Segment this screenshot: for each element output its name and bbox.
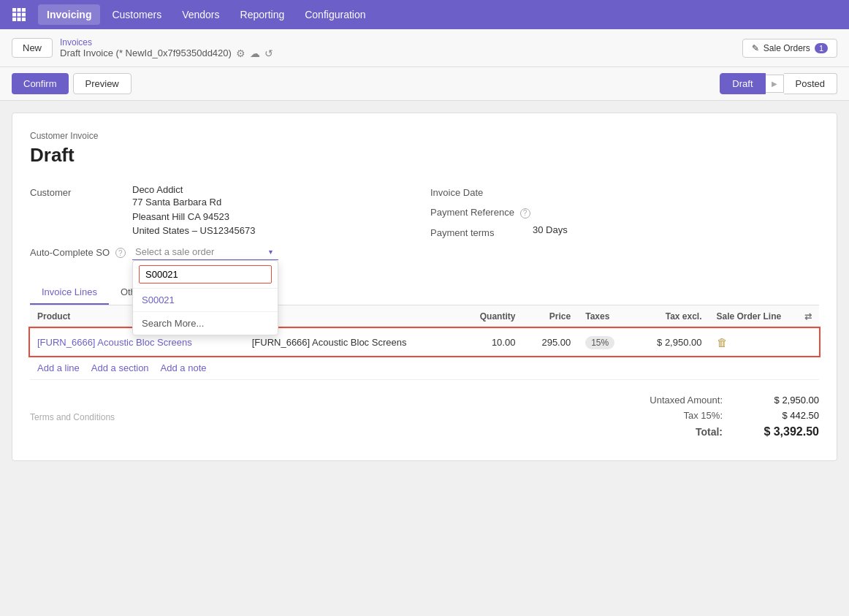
status-posted[interactable]: Posted [784,73,837,94]
row-taxes[interactable]: 15% [578,328,633,357]
svg-rect-1 [18,8,21,12]
col-tax-excl: Tax excl. [633,305,709,328]
total-label: Total: [620,426,723,438]
total-amount: $ 3,392.50 [746,425,819,438]
doc-title-text: Draft Invoice (* NewId_0x7f95350dd420) [60,47,232,58]
top-navigation: Invoicing Customers Vendors Reporting Co… [0,0,849,29]
cloud-icon[interactable]: ☁ [250,47,260,59]
customer-address1: 77 Santa Barbara Rd [132,195,255,210]
reorder-icon[interactable]: ⇄ [804,311,812,322]
preview-button[interactable]: Preview [73,73,132,94]
svg-rect-2 [22,8,26,12]
customer-name[interactable]: Deco Addict [132,184,183,195]
customer-address2: Pleasant Hill CA 94523 [132,210,255,224]
sub-header-left: New Invoices Draft Invoice (* NewId_0x7f… [12,37,273,59]
col-price: Price [522,305,578,328]
customer-label: Customer [30,184,132,198]
svg-rect-3 [12,13,16,17]
add-section-link[interactable]: Add a section [91,362,149,373]
sale-orders-button[interactable]: ✎ Sale Orders 1 [742,39,837,58]
svg-rect-5 [22,13,26,17]
nav-reporting[interactable]: Reporting [232,4,294,25]
apps-icon[interactable] [9,4,29,25]
auto-complete-field-row: Auto-Complete SO ? Select a sale order S… [30,244,419,260]
dropdown-input-wrapper [133,261,278,289]
form-grid: Customer Deco Addict 77 Santa Barbara Rd… [30,184,819,266]
svg-rect-0 [12,8,16,12]
tax-row: Tax 15%: $ 442.50 [620,410,819,421]
total-row: Total: $ 3,392.50 [620,425,819,438]
form-right: Invoice Date Payment Reference ? Payment… [430,184,819,266]
action-buttons: Confirm Preview [12,73,132,94]
terms-section[interactable]: Terms and Conditions [30,406,620,428]
main-content: Customer Invoice Draft Customer Deco Add… [12,113,837,461]
customer-address3: United States – US12345673 [132,224,255,238]
customer-value: Deco Addict 77 Santa Barbara Rd Pleasant… [132,184,255,238]
new-button[interactable]: New [12,38,53,58]
confirm-button[interactable]: Confirm [12,73,69,94]
sale-orders-badge: 1 [815,43,828,53]
nav-customers[interactable]: Customers [103,4,170,25]
breadcrumb-link[interactable]: Invoices [60,37,273,47]
select-wrapper: Select a sale order S00021 S00021 Search… [132,244,278,260]
doc-title-bar: Draft Invoice (* NewId_0x7f95350dd420) ⚙… [60,47,273,59]
status-arrow: ▶ [766,75,784,93]
auto-complete-help-icon[interactable]: ? [115,248,126,258]
invoice-type-label: Customer Invoice [30,131,819,141]
separator [30,379,819,380]
untaxed-label: Untaxed Amount: [620,395,723,406]
tax-amount: $ 442.50 [746,410,819,421]
dropdown-search-more[interactable]: Search More... [133,311,278,335]
col-taxes: Taxes [578,305,633,328]
col-sale-order-line: Sale Order Line ⇄ [709,305,820,328]
payment-ref-help-icon[interactable]: ? [520,208,530,218]
svg-rect-8 [22,18,26,21]
add-note-link[interactable]: Add a note [161,362,207,373]
tax-badge: 15% [585,336,614,349]
payment-ref-label: Payment Reference ? [430,204,533,218]
payment-terms-value[interactable]: 30 Days [533,224,568,235]
delete-row-icon[interactable]: 🗑 [717,336,728,349]
sale-order-select[interactable]: Select a sale order S00021 [132,244,278,260]
status-bar: Draft ▶ Posted [720,73,837,94]
settings-icon[interactable]: ⚙ [236,47,245,59]
totals-section: Untaxed Amount: $ 2,950.00 Tax 15%: $ 44… [620,395,819,443]
svg-rect-7 [18,18,21,21]
col-quantity: Quantity [459,305,522,328]
sub-header: New Invoices Draft Invoice (* NewId_0x7f… [0,29,849,67]
svg-rect-6 [12,18,16,21]
invoice-date-label: Invoice Date [430,184,533,198]
payment-terms-field-row: Payment terms 30 Days [430,224,819,238]
action-bar: Confirm Preview Draft ▶ Posted [0,67,849,101]
breadcrumb-area: Invoices Draft Invoice (* NewId_0x7f9535… [60,37,273,59]
auto-complete-label: Auto-Complete SO ? [30,244,132,259]
add-line-link[interactable]: Add a line [37,362,80,373]
status-draft[interactable]: Draft [720,73,765,94]
nav-configuration[interactable]: Configuration [296,4,374,25]
sale-order-dropdown: S00021 Search More... [132,260,278,335]
sale-orders-label: Sale Orders [764,43,810,53]
svg-rect-4 [18,13,21,17]
sale-order-search-input[interactable] [139,265,272,284]
footer-section: Terms and Conditions Untaxed Amount: $ 2… [30,395,819,443]
tab-invoice-lines[interactable]: Invoice Lines [30,281,109,305]
refresh-icon[interactable]: ↺ [264,47,273,59]
invoice-date-field-row: Invoice Date [430,184,819,198]
row-price[interactable]: 295.00 [522,328,578,357]
invoice-status-heading: Draft [30,144,819,167]
untaxed-amount: $ 2,950.00 [746,395,819,406]
add-line-row: Add a line Add a section Add a note [30,357,819,379]
nav-vendors[interactable]: Vendors [173,4,228,25]
customer-field-row: Customer Deco Addict 77 Santa Barbara Rd… [30,184,419,238]
sale-orders-edit-icon: ✎ [752,43,759,53]
form-left: Customer Deco Addict 77 Santa Barbara Rd… [30,184,419,266]
sale-order-select-wrapper: Select a sale order S00021 [132,244,278,260]
row-sale-order-line: 🗑 [709,328,820,357]
tax-label: Tax 15%: [620,410,723,421]
payment-ref-field-row: Payment Reference ? [430,204,819,218]
row-quantity[interactable]: 10.00 [459,328,522,357]
payment-terms-label: Payment terms [430,224,533,238]
nav-invoicing[interactable]: Invoicing [38,4,100,25]
untaxed-row: Untaxed Amount: $ 2,950.00 [620,395,819,406]
dropdown-option-s00021[interactable]: S00021 [133,289,278,311]
